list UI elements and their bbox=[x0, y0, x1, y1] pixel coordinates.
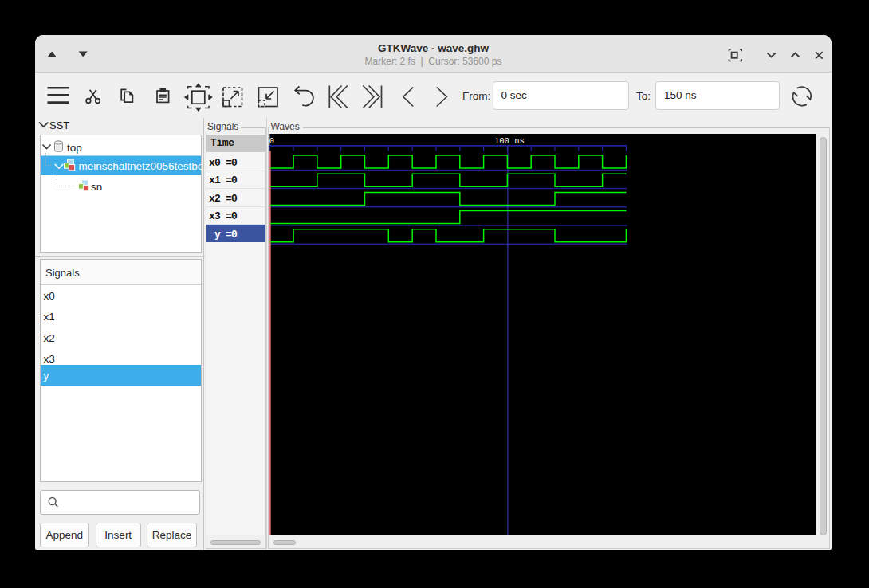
svg-text:0: 0 bbox=[269, 136, 274, 146]
svg-text:100 ns: 100 ns bbox=[494, 136, 525, 146]
